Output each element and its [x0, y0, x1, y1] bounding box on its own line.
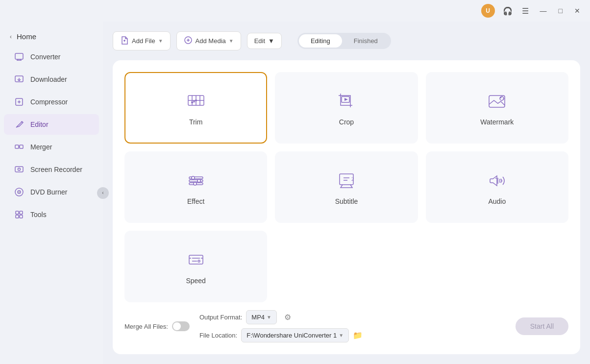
editor-card-watermark[interactable]: Watermark [426, 72, 568, 144]
close-button[interactable]: ✕ [572, 6, 582, 16]
sidebar-item-converter[interactable]: Converter [4, 47, 99, 67]
add-file-chevron-icon: ▼ [158, 38, 163, 44]
svg-rect-11 [20, 211, 23, 214]
svg-rect-0 [15, 53, 23, 59]
add-media-label: Add Media [196, 37, 226, 45]
svg-point-22 [500, 97, 502, 98]
output-format-label: Output Format: [199, 314, 242, 321]
svg-point-32 [198, 260, 200, 262]
svg-point-28 [194, 182, 197, 185]
watermark-icon [485, 90, 509, 113]
subtitle-label: Subtitle [335, 197, 358, 205]
output-format-select[interactable]: MP4 ▼ [246, 310, 277, 324]
sidebar-item-compressor[interactable]: Compressor [4, 92, 99, 112]
editor-card-effect[interactable]: Effect [124, 151, 267, 223]
tab-finished[interactable]: Finished [342, 34, 390, 48]
svg-point-27 [197, 179, 200, 182]
sidebar-item-editor[interactable]: Editor [4, 114, 99, 135]
trim-icon [184, 90, 208, 113]
file-location-value: F:\Wondershare UniConverter 1 [246, 332, 337, 339]
svg-marker-19 [344, 98, 348, 101]
sidebar-label-compressor: Compressor [30, 98, 68, 106]
file-location-select[interactable]: F:\Wondershare UniConverter 1 ▼ [241, 328, 349, 342]
folder-icon[interactable]: 📁 [353, 331, 363, 340]
toolbar: Add File ▼ Add Media ▼ Edit ▼ [113, 31, 580, 50]
compressor-icon [14, 97, 25, 107]
sidebar-label-merger: Merger [30, 143, 52, 151]
file-location-chevron-icon: ▼ [339, 333, 344, 338]
svg-point-17 [195, 99, 197, 101]
merger-icon [14, 142, 25, 152]
sidebar-label-converter: Converter [30, 53, 60, 61]
minimize-button[interactable]: — [538, 6, 549, 16]
audio-icon [485, 169, 509, 193]
sidebar: ‹ Home Converter Downloader [0, 22, 103, 364]
crop-label: Crop [339, 118, 354, 126]
maximize-button[interactable]: □ [557, 6, 565, 16]
collapse-sidebar-button[interactable]: ‹ [97, 187, 109, 199]
svg-rect-4 [20, 145, 23, 148]
app-layout: ‹ Home Converter Downloader [0, 22, 590, 364]
add-media-chevron-icon: ▼ [229, 38, 234, 44]
tab-group: Editing Finished [297, 33, 391, 49]
svg-rect-5 [15, 167, 23, 172]
tab-editing[interactable]: Editing [299, 34, 342, 48]
tools-icon [14, 209, 25, 220]
svg-text:2: 2 [351, 176, 354, 182]
svg-point-6 [18, 168, 21, 170]
add-media-button[interactable]: Add Media ▼ [176, 31, 241, 50]
output-format-value: MP4 [251, 314, 265, 321]
merge-toggle[interactable] [172, 321, 190, 331]
sidebar-label-editor: Editor [30, 121, 49, 128]
svg-point-9 [19, 192, 20, 193]
sidebar-label-tools: Tools [30, 211, 47, 218]
sidebar-item-dvd-burner[interactable]: DVD Burner [4, 182, 99, 202]
editor-card-crop[interactable]: Crop [275, 72, 418, 144]
edit-dropdown[interactable]: Edit ▼ [247, 33, 282, 49]
sidebar-item-downloader[interactable]: Downloader [4, 69, 99, 90]
titlebar-icons: U 🎧 ☰ — □ ✕ [481, 4, 582, 18]
menu-icon[interactable]: ☰ [520, 6, 530, 16]
editor-card-speed[interactable]: Speed [124, 231, 267, 302]
bottom-bar: Merge All Files: Output Format: MP4 ▼ ⚙ … [124, 310, 568, 342]
downloader-icon [14, 74, 25, 85]
editor-card-trim[interactable]: Trim [124, 72, 267, 144]
file-add-icon [120, 36, 129, 46]
content-area: Trim Crop [113, 60, 580, 354]
audio-label: Audio [488, 197, 506, 205]
svg-point-26 [192, 176, 195, 179]
svg-rect-12 [16, 215, 19, 218]
watermark-label: Watermark [480, 118, 514, 126]
effect-icon [184, 169, 208, 193]
svg-point-16 [191, 101, 193, 103]
svg-rect-10 [16, 211, 19, 214]
main-content: Add File ▼ Add Media ▼ Edit ▼ [103, 22, 590, 364]
editor-card-subtitle[interactable]: 2 Subtitle [275, 151, 418, 223]
avatar: U [481, 4, 495, 18]
edit-chevron-icon: ▼ [268, 37, 274, 45]
sidebar-label-dvd-burner: DVD Burner [30, 188, 67, 196]
output-format-chevron-icon: ▼ [267, 315, 271, 320]
sidebar-item-tools[interactable]: Tools [4, 204, 99, 225]
sidebar-item-merger[interactable]: Merger [4, 137, 99, 157]
editor-grid: Trim Crop [124, 72, 568, 302]
sidebar-item-screen-recorder[interactable]: Screen Recorder [4, 159, 99, 180]
file-location-field: File Location: F:\Wondershare UniConvert… [199, 328, 363, 342]
merge-field: Merge All Files: [124, 321, 190, 331]
svg-rect-24 [189, 180, 203, 182]
headset-icon[interactable]: 🎧 [503, 6, 513, 16]
effect-label: Effect [187, 197, 205, 205]
editor-icon [14, 119, 25, 130]
back-chevron-icon: ‹ [10, 33, 12, 40]
merge-all-label: Merge All Files: [124, 323, 168, 330]
svg-rect-31 [189, 255, 203, 264]
start-all-button[interactable]: Start All [516, 317, 568, 335]
svg-rect-13 [20, 215, 23, 218]
add-file-button[interactable]: Add File ▼ [113, 31, 171, 50]
output-settings-icon[interactable]: ⚙ [281, 311, 295, 324]
sidebar-home[interactable]: ‹ Home [0, 27, 103, 46]
editor-card-audio[interactable]: Audio [426, 151, 568, 223]
speed-icon [184, 248, 208, 272]
edit-label: Edit [254, 37, 265, 45]
converter-icon [14, 51, 25, 62]
